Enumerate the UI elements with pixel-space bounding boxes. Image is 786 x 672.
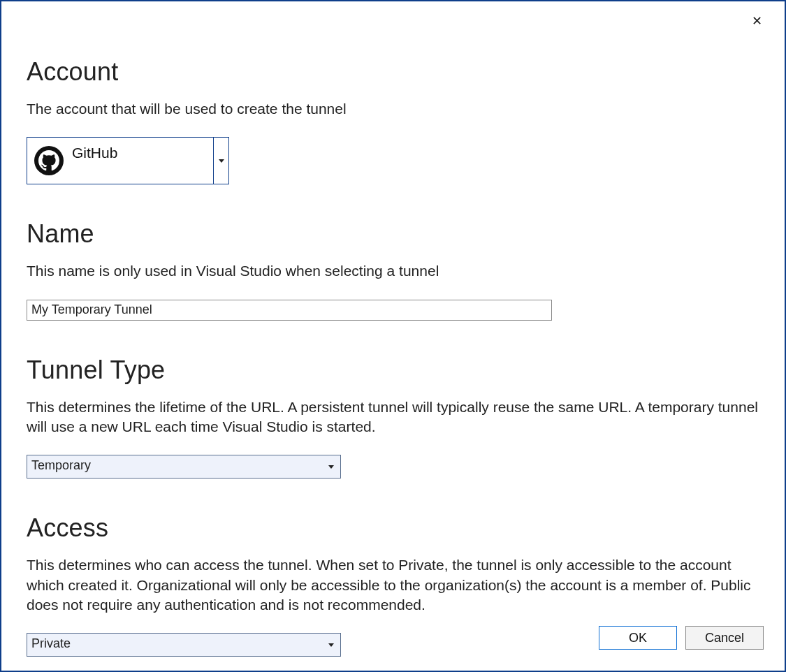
access-selected: Private <box>27 634 322 656</box>
chevron-down-icon <box>328 465 334 469</box>
tunnel-type-caret[interactable] <box>322 455 340 478</box>
ok-button[interactable]: OK <box>599 626 677 650</box>
name-heading: Name <box>27 219 759 249</box>
account-description: The account that will be used to create … <box>27 99 759 119</box>
access-description: This determines who can access the tunne… <box>27 555 759 615</box>
github-icon <box>34 146 64 175</box>
tunnel-type-dropdown[interactable]: Temporary <box>27 455 341 479</box>
cancel-button[interactable]: Cancel <box>685 626 764 650</box>
name-description: This name is only used in Visual Studio … <box>27 261 759 281</box>
tunnel-type-heading: Tunnel Type <box>27 356 759 385</box>
chevron-down-icon <box>219 159 224 163</box>
account-heading: Account <box>27 57 759 87</box>
name-section: Name This name is only used in Visual St… <box>27 219 759 320</box>
dialog-window: ✕ Account The account that will be used … <box>0 0 786 672</box>
chevron-down-icon <box>328 643 334 647</box>
account-dropdown[interactable]: GitHub <box>27 137 229 184</box>
account-selected-label: GitHub <box>72 143 117 161</box>
access-dropdown[interactable]: Private <box>27 633 341 657</box>
close-icon: ✕ <box>752 13 762 29</box>
tunnel-name-input[interactable] <box>27 300 552 321</box>
access-heading: Access <box>27 513 759 543</box>
tunnel-type-description: This determines the lifetime of the URL.… <box>27 397 759 437</box>
close-button[interactable]: ✕ <box>743 10 771 32</box>
tunnel-type-section: Tunnel Type This determines the lifetime… <box>27 356 759 479</box>
access-caret[interactable] <box>322 634 340 656</box>
account-dropdown-caret[interactable] <box>213 138 228 184</box>
account-section: Account The account that will be used to… <box>27 57 759 184</box>
tunnel-type-selected: Temporary <box>27 455 322 478</box>
dialog-footer: OK Cancel <box>599 626 764 650</box>
